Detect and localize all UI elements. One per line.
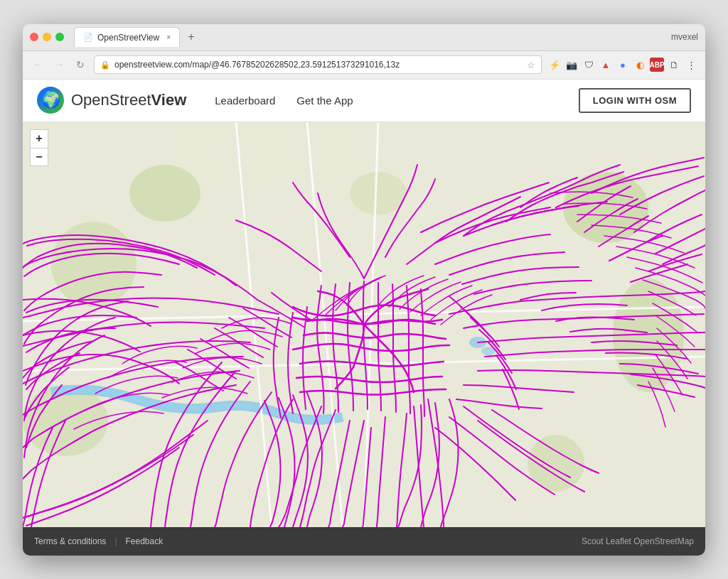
svg-point-5 (129, 165, 200, 222)
browser-window: 📄 OpenStreetView × + mvexel ← → ↻ 🔒 open… (23, 24, 705, 556)
logo-globe-icon: 🌍 (37, 87, 64, 114)
bookmark-icon[interactable]: ☆ (527, 60, 535, 70)
address-field[interactable]: 🔒 openstreetview.com/map/@46.76785202628… (94, 55, 542, 74)
map-zoom-controls: + − (30, 129, 48, 166)
drive-icon[interactable]: ▲ (599, 58, 613, 72)
login-with-osm-button[interactable]: LOGIN WITH OSM (579, 88, 691, 113)
title-bar: 📄 OpenStreetView × + mvexel (23, 24, 705, 51)
camera-icon[interactable]: 📷 (564, 58, 579, 72)
app-nav: Leaderboard Get the App (215, 94, 579, 107)
zoom-in-button[interactable]: + (30, 129, 48, 148)
map-container[interactable]: + − (23, 122, 705, 527)
lock-icon: 🔒 (100, 60, 110, 70)
new-tab-button[interactable]: + (183, 28, 200, 45)
adblock-icon[interactable]: ABP (650, 58, 664, 72)
footer-links: Terms & conditions | Feedback (34, 536, 163, 546)
extensions-icon[interactable]: ⚡ (547, 58, 562, 72)
tab-close-icon[interactable]: × (166, 33, 171, 41)
menu-icon[interactable]: ⋮ (684, 58, 698, 72)
tab-title: OpenStreetView (97, 33, 159, 43)
zoom-out-button[interactable]: − (30, 148, 48, 166)
address-bar: ← → ↻ 🔒 openstreetview.com/map/@46.76785… (23, 51, 705, 80)
active-tab[interactable]: 📄 OpenStreetView × (74, 27, 180, 47)
logo-title-text: OpenStreetView (71, 91, 186, 109)
globe-emoji: 🌍 (41, 91, 60, 109)
close-button[interactable] (30, 33, 38, 41)
feedback-link[interactable]: Feedback (126, 536, 164, 546)
maximize-button[interactable] (55, 33, 64, 41)
moon-icon[interactable]: ◐ (633, 58, 647, 72)
tab-favicon-icon: 📄 (83, 33, 93, 42)
circle-icon[interactable]: ● (616, 58, 630, 72)
leaderboard-nav-link[interactable]: Leaderboard (215, 94, 275, 107)
refresh-button[interactable]: ↻ (73, 57, 88, 72)
back-button[interactable]: ← (30, 57, 46, 72)
app-header: 🌍 OpenStreetView Leaderboard Get the App… (23, 80, 705, 122)
terms-conditions-link[interactable]: Terms & conditions (34, 536, 106, 546)
app-logo: 🌍 OpenStreetView (37, 87, 186, 114)
shield-icon[interactable]: 🛡 (582, 58, 596, 72)
minimize-button[interactable] (43, 33, 51, 41)
forward-button[interactable]: → (51, 57, 67, 72)
tab-area: 📄 OpenStreetView × + (74, 27, 667, 47)
toolbar-icons: ⚡ 📷 🛡 ▲ ● ◐ ABP 🗋 ⋮ (547, 58, 698, 72)
map-svg (23, 122, 705, 527)
footer-separator-1: | (114, 536, 117, 546)
traffic-lights (30, 33, 64, 41)
footer-credits: Scout Leaflet OpenStreetMap (582, 536, 694, 546)
get-the-app-nav-link[interactable]: Get the App (296, 94, 353, 107)
misc-icon[interactable]: 🗋 (667, 58, 681, 72)
app-footer: Terms & conditions | Feedback Scout Leaf… (23, 527, 705, 556)
url-text: openstreetview.com/map/@46.7678520262850… (114, 60, 523, 70)
svg-point-7 (350, 172, 407, 215)
window-user-label: mvexel (671, 32, 698, 42)
